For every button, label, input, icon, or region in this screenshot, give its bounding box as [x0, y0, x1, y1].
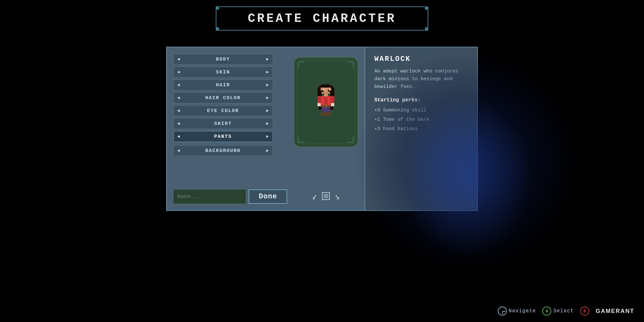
option-row-shirt[interactable]: ◄ SHIRT ► [173, 118, 273, 129]
rotate-left-button[interactable]: ↙ [312, 189, 317, 203]
name-input[interactable] [173, 189, 246, 204]
hair-color-left-arrow[interactable]: ◄ [176, 95, 181, 101]
done-button[interactable]: Done [249, 189, 288, 204]
page-title: CREATE CHARACTER [248, 12, 396, 25]
perk-item-2: +1 Tome of the Dark [374, 116, 468, 123]
a-letter: A [545, 309, 548, 314]
character-frame [294, 57, 358, 147]
skin-label: SKIN [183, 70, 263, 75]
rotate-center-button[interactable] [322, 192, 330, 200]
svg-rect-10 [323, 93, 329, 94]
hair-label: HAIR [183, 82, 263, 88]
svg-rect-8 [323, 90, 324, 90]
frame-corner-br [347, 136, 354, 143]
b-button-icon: B [580, 307, 589, 316]
option-row-body[interactable]: ◄ BODY ► [173, 54, 273, 65]
perk-item-1: +3 Summoning skill [374, 107, 468, 114]
frame-corner-tl [298, 62, 305, 68]
character-sprite [313, 84, 339, 120]
shirt-right-arrow[interactable]: ► [265, 120, 270, 127]
svg-rect-20 [318, 96, 321, 103]
character-panel: ◄ BODY ► ◄ SKIN ► ◄ HAIR ► [166, 47, 365, 211]
eye-color-right-arrow[interactable]: ► [265, 108, 270, 114]
pants-left-arrow[interactable]: ◄ [176, 133, 181, 140]
svg-rect-21 [331, 96, 335, 103]
navigate-icon [498, 307, 507, 316]
screen: CREATE CHARACTER ◄ BODY ► ◄ SKIN ► [0, 0, 644, 322]
hair-right-arrow[interactable]: ► [265, 82, 270, 88]
a-button-icon: A [542, 307, 551, 316]
perk-item-3: +3 Food Rations [374, 126, 468, 132]
char-controls: ↙ ↘ [312, 191, 340, 201]
svg-rect-29 [325, 104, 327, 107]
b-letter: B [583, 309, 586, 314]
navigate-label: Navigate [509, 308, 536, 314]
eye-color-left-arrow[interactable]: ◄ [176, 108, 181, 114]
body-right-arrow[interactable]: ► [265, 56, 270, 62]
perks-label: Starting perks: [374, 97, 468, 103]
info-panel: WARLOCK An adept warlock who conjures da… [365, 47, 478, 211]
svg-rect-31 [325, 195, 327, 197]
eye-color-label: EYE COLOR [183, 108, 263, 114]
bottom-row: Done [173, 189, 288, 204]
svg-rect-1 [320, 85, 332, 86]
option-row-eye-color[interactable]: ◄ EYE COLOR ► [173, 105, 273, 116]
hair-left-arrow[interactable]: ◄ [176, 82, 181, 88]
background-right-arrow[interactable]: ► [265, 147, 270, 154]
option-row-skin[interactable]: ◄ SKIN ► [173, 67, 273, 78]
frame-corner-bl [298, 136, 305, 143]
svg-rect-0 [322, 84, 330, 85]
hair-color-label: HAIR COLOR [183, 95, 263, 101]
skin-left-arrow[interactable]: ◄ [176, 69, 181, 75]
corner-tl [216, 6, 219, 10]
body-left-arrow[interactable]: ◄ [176, 56, 181, 62]
hud-navigate: Navigate [498, 307, 536, 316]
corner-br [425, 27, 428, 31]
svg-rect-19 [324, 96, 328, 97]
svg-rect-18 [328, 97, 330, 105]
skin-right-arrow[interactable]: ► [265, 69, 270, 75]
background-label: BACKGROUND [183, 148, 263, 154]
option-row-background[interactable]: ◄ BACKGROUND ► [173, 145, 273, 156]
options-column: ◄ BODY ► ◄ SKIN ► ◄ HAIR ► [173, 54, 273, 156]
hud-b: B [580, 307, 589, 316]
gamerant-logo: GAMERANT [596, 308, 634, 315]
frame-corner-tr [347, 62, 354, 68]
shirt-label: SHIRT [183, 121, 263, 127]
svg-rect-11 [324, 94, 328, 96]
pants-label: PANTS [183, 134, 263, 139]
svg-rect-27 [326, 112, 331, 116]
corner-tr [425, 6, 428, 10]
rotate-right-button[interactable]: ↘ [335, 189, 339, 203]
class-description: An adept warlock who conjures dark minio… [374, 68, 468, 91]
hud-select: A Select [542, 307, 574, 316]
option-row-hair-color[interactable]: ◄ HAIR COLOR ► [173, 92, 273, 103]
dice-icon [324, 194, 328, 198]
character-preview: ↙ ↘ [294, 54, 358, 204]
pants-right-arrow[interactable]: ► [265, 133, 270, 140]
main-area: ◄ BODY ► ◄ SKIN ► ◄ HAIR ► [166, 47, 478, 211]
bottom-hud: Navigate A Select B GAMERANT [498, 307, 634, 316]
hair-color-right-arrow[interactable]: ► [265, 95, 270, 101]
svg-rect-9 [329, 90, 330, 90]
title-container: CREATE CHARACTER [216, 6, 428, 31]
option-row-pants[interactable]: ◄ PANTS ► [173, 131, 273, 142]
svg-rect-23 [331, 103, 335, 106]
shirt-left-arrow[interactable]: ◄ [176, 120, 181, 127]
class-name: WARLOCK [374, 55, 468, 63]
body-label: BODY [183, 57, 263, 62]
background-left-arrow[interactable]: ◄ [176, 147, 181, 154]
svg-rect-17 [322, 97, 324, 105]
select-label: Select [553, 308, 574, 314]
corner-bl [216, 27, 219, 31]
option-row-hair[interactable]: ◄ HAIR ► [173, 80, 273, 90]
svg-rect-26 [321, 112, 326, 116]
svg-rect-22 [318, 103, 321, 106]
